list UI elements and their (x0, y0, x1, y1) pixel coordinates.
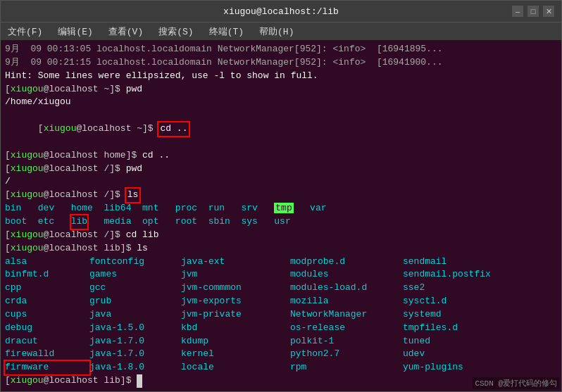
ls-col2-r9: java-1.8.0 (89, 361, 181, 374)
ls-col2-r3: gcc (89, 282, 181, 295)
maximize-button[interactable]: □ (527, 6, 539, 17)
ls-col5-r2: sendmail.postfix (403, 268, 508, 282)
terminal-body[interactable]: 9月 09 00:13:05 localhost.localdomain Net… (1, 40, 561, 391)
ls-col1-r7: dracut (5, 335, 89, 348)
cmd-cd-1: [xiugou@localhost ~]$ cd .. (5, 109, 557, 149)
ls-col3-r2: jvm (181, 268, 290, 282)
ls-col2-r8: java-1.7.0 (89, 348, 181, 361)
cmd-pwd-2: [xiugou@localhost /]$ pwd (5, 163, 557, 176)
ls-col2-r1: fontconfig (89, 255, 181, 269)
ls-col5-r8: udev (403, 348, 508, 361)
ls-col1-r3: cpp (5, 282, 89, 295)
ls-col3-r1: java-ext (181, 255, 290, 269)
ls-col1-r5: cups (5, 308, 89, 322)
menu-view[interactable]: 查看(V) (106, 24, 146, 39)
ls-col1-r9: firmware (5, 361, 89, 374)
ls-root-row2: boot etc lib media opt root sbin sys usr (5, 215, 557, 229)
window-title: xiugou@localhost:/lib (50, 6, 512, 17)
close-button[interactable]: ✕ (543, 6, 554, 17)
ls-col3-r7: kdump (181, 335, 290, 348)
ls-col1-r2: binfmt.d (5, 268, 89, 282)
log-line-1: 9月 09 00:13:05 localhost.localdomain Net… (5, 43, 557, 56)
ls-col4-r2: modules (290, 268, 403, 282)
ls-col3-r3: jvm-commmon (181, 282, 290, 295)
minimize-button[interactable]: – (512, 6, 523, 17)
ls-col3-r4: jvm-exports (181, 295, 290, 308)
ls-col4-r1: modprobe.d (290, 255, 403, 269)
menu-help[interactable]: 帮助(H) (256, 24, 296, 39)
ls-lib-output: alsa fontconfig java-ext modprobe.d send… (5, 255, 557, 375)
ls-col5-r1: sendmail (403, 255, 508, 269)
ls-col5-r3: sse2 (403, 282, 508, 295)
ls-col5-r6: tmpfiles.d (403, 322, 508, 335)
ls-col5-r7: tuned (403, 335, 508, 348)
terminal-window: xiugou@localhost:/lib – □ ✕ 文件(F) 编辑(E) … (0, 0, 562, 392)
ls-col4-r6: os-release (290, 322, 403, 335)
menu-edit[interactable]: 编辑(E) (55, 24, 95, 39)
ls-col3-r6: kbd (181, 322, 290, 335)
ls-col4-r4: mozilla (290, 295, 403, 308)
titlebar: xiugou@localhost:/lib – □ ✕ (1, 1, 561, 22)
ls-col2-r5: java (89, 308, 181, 322)
ls-col3-r9: locale (181, 361, 290, 374)
ls-col1-r1: alsa (5, 255, 89, 269)
output-pwd-2: / (5, 175, 557, 189)
cmd-ls-1: [xiugou@localhost /]$ ls (5, 189, 557, 202)
watermark: CSDN @爱打代码的修勾 (473, 377, 559, 389)
menu-file[interactable]: 文件(F) (5, 24, 45, 39)
ls-col3-r5: jvm-private (181, 308, 290, 322)
menu-terminal[interactable]: 终端(T) (206, 24, 246, 39)
cmd-cd-2: [xiugou@localhost home]$ cd .. (5, 149, 557, 163)
ls-col5-r5: systemd (403, 308, 508, 322)
cmd-cd-lib: [xiugou@localhost /]$ cd lib (5, 229, 557, 242)
ls-col5-r4: sysctl.d (403, 295, 508, 308)
output-pwd-1: /home/xiugou (5, 96, 557, 109)
ls-col2-r6: java-1.5.0 (89, 322, 181, 335)
log-line-2: 9月 09 00:21:15 localhost.localdomain Net… (5, 56, 557, 70)
ls-col2-r4: grub (89, 295, 181, 308)
ls-col1-r6: debug (5, 322, 89, 335)
ls-col4-r9: rpm (290, 361, 403, 374)
ls-col4-r5: NetworkManager (290, 308, 403, 322)
ls-col1-r4: crda (5, 295, 89, 308)
ls-col4-r3: modules-load.d (290, 282, 403, 295)
hint-line: Hint: Some lines were ellipsized, use -l… (5, 70, 557, 83)
ls-col2-r7: java-1.7.0 (89, 335, 181, 348)
ls-col3-r8: kernel (181, 348, 290, 361)
ls-col2-r2: games (89, 268, 181, 282)
menu-search[interactable]: 搜索(S) (156, 24, 196, 39)
cmd-pwd-1: [xiugou@localhost ~]$ pwd (5, 83, 557, 96)
ls-col1-r8: firewalld (5, 348, 89, 361)
menubar: 文件(F) 编辑(E) 查看(V) 搜索(S) 终端(T) 帮助(H) (1, 22, 561, 40)
ls-root-row1: bin dev home lib64 mnt proc run srv tmp … (5, 202, 557, 215)
ls-col4-r7: polkit-1 (290, 335, 403, 348)
ls-col5-r9: yum-plugins (403, 361, 508, 374)
window-controls[interactable]: – □ ✕ (512, 6, 554, 17)
cmd-ls-lib: [xiugou@localhost lib]$ ls (5, 242, 557, 255)
ls-col4-r8: python2.7 (290, 348, 403, 361)
